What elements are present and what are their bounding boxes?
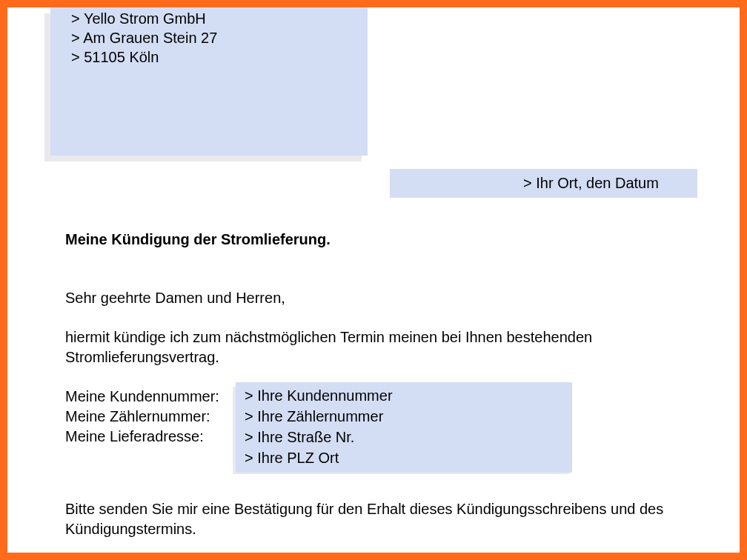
date-place-text: > Ihr Ort, den Datum	[523, 175, 659, 191]
document-page: > Yello Strom GmbH > Am Grauen Stein 27 …	[7, 7, 740, 553]
paragraph-cancellation: hiermit kündige ich zum nächstmöglichen …	[65, 327, 695, 367]
value-meter-number: > Ihre Zählernummer	[245, 406, 563, 427]
date-place-field: > Ihr Ort, den Datum	[390, 169, 697, 198]
field-labels: Meine Kundennummer: Meine Zählernummer: …	[65, 387, 219, 447]
value-customer-number: > Ihre Kundennummer	[245, 385, 563, 406]
label-delivery-address: Meine Lieferadresse:	[65, 427, 219, 447]
salutation: Sehr geehrte Damen und Herren,	[65, 288, 695, 308]
recipient-line-1: > Yello Strom GmbH	[71, 9, 347, 28]
value-city: > Ihre PLZ Ort	[245, 447, 563, 468]
label-customer-number: Meine Kundennummer:	[65, 387, 219, 407]
recipient-address: > Yello Strom GmbH > Am Grauen Stein 27 …	[50, 7, 368, 156]
letter-body: Meine Kündigung der Stromlieferung. Sehr…	[65, 230, 695, 560]
recipient-address-block: > Yello Strom GmbH > Am Grauen Stein 27 …	[50, 7, 368, 156]
customer-fields: Meine Kundennummer: Meine Zählernummer: …	[65, 387, 695, 479]
subject-line: Meine Kündigung der Stromlieferung.	[65, 230, 695, 250]
field-values-block: > Ihre Kundennummer > Ihre Zählernummer …	[236, 382, 572, 473]
value-street: > Ihre Straße Nr.	[245, 427, 563, 447]
recipient-line-3: > 51105 Köln	[71, 47, 347, 67]
recipient-line-2: > Am Grauen Stein 27	[71, 28, 347, 47]
label-meter-number: Meine Zählernummer:	[65, 407, 219, 427]
field-values: > Ihre Kundennummer > Ihre Zählernummer …	[236, 382, 572, 473]
paragraph-confirmation: Bitte senden Sie mir eine Bestätigung fü…	[65, 499, 695, 539]
